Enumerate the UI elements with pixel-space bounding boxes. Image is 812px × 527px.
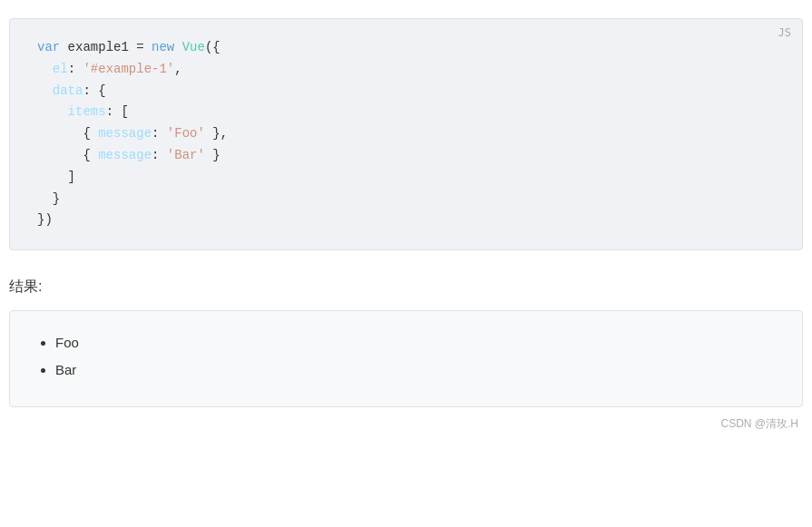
code-content: var example1 = new Vue({ el: '#example-1… <box>37 37 784 231</box>
result-list: Foo Bar <box>37 329 775 384</box>
code-block: JS var example1 = new Vue({ el: '#exampl… <box>9 18 803 250</box>
page-wrapper: JS var example1 = new Vue({ el: '#exampl… <box>0 0 812 450</box>
list-item: Bar <box>55 356 775 384</box>
lang-label: JS <box>778 26 791 39</box>
result-box: Foo Bar <box>9 310 803 407</box>
footer-label: CSDN @清玫.H <box>9 416 803 432</box>
list-item: Foo <box>55 329 775 356</box>
result-label: 结果: <box>9 278 803 297</box>
